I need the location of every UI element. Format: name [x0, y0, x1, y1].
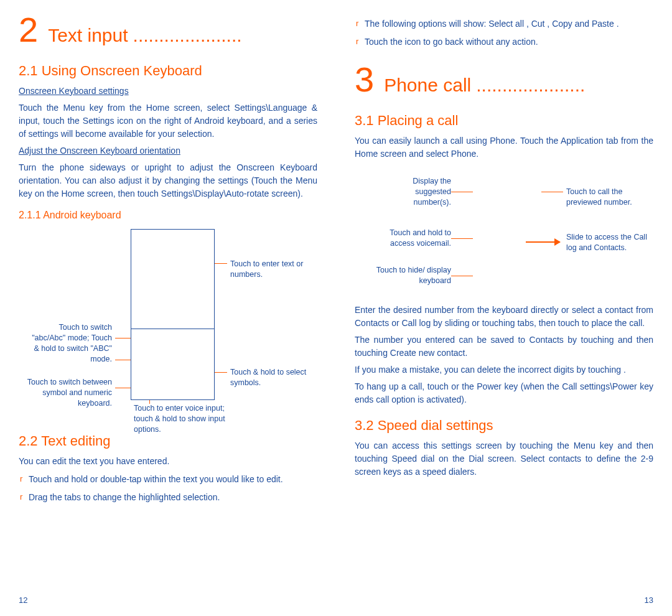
- para-text-editing: You can edit the text you have entered.: [19, 455, 317, 468]
- connector: [451, 192, 473, 192]
- page-number-left: 12: [19, 594, 27, 607]
- chapter-number: 3: [355, 62, 374, 97]
- para-placing-call: You can easily launch a call using Phone…: [355, 134, 653, 161]
- page-number-right: 13: [645, 594, 653, 607]
- connector: [451, 238, 473, 239]
- connector: [541, 192, 563, 192]
- connector: [451, 276, 473, 276]
- label-call-preview: Touch to call the previewed number.: [566, 187, 653, 208]
- section-2-1-1-title: 2.1.1 Android keyboard: [19, 208, 317, 223]
- page-right: The following options will show: Select …: [336, 0, 672, 616]
- label-hold-symbols: Touch & hold to select symbols.: [230, 367, 311, 388]
- dot-leader: .....................: [133, 21, 317, 49]
- para-save-contact: The number you entered can be saved to C…: [355, 334, 653, 360]
- label-enter-text: Touch to enter text or numbers.: [230, 259, 311, 280]
- section-3-1-title: 3.1 Placing a call: [355, 110, 653, 131]
- arrow-right-icon: [526, 241, 560, 243]
- chapter-title: Phone call: [384, 71, 471, 99]
- keyboard-outline: [131, 329, 215, 400]
- chapter-number: 2: [19, 12, 38, 47]
- connector: [115, 338, 131, 338]
- para-speed-dial: You can access this settings screen by t…: [355, 439, 653, 478]
- bullet-options: The following options will show: Select …: [355, 17, 653, 30]
- label-abc-mode: Touch to switch "abc/Abc" mode; Touch & …: [25, 322, 112, 365]
- dot-leader: .....................: [476, 71, 653, 99]
- subhead-orientation: Adjust the Onscreen Keyboard orientation: [19, 144, 317, 157]
- label-symbol-mode: Touch to switch between symbol and numer…: [25, 377, 112, 409]
- para-orientation: Turn the phone sideways or upright to ad…: [19, 161, 317, 200]
- subhead-kbd-settings: Onscreen Keyboard settings: [19, 85, 317, 98]
- label-display-suggested: Display the suggested number(s).: [401, 176, 451, 208]
- bullet-edit-2: Drag the tabs to change the highlighted …: [19, 491, 317, 504]
- keyboard-figure: Touch to enter text or numbers. Touch to…: [19, 229, 317, 422]
- chapter-title: Text input: [48, 21, 128, 49]
- phone-figure: Display the suggested number(s). Touch t…: [355, 167, 653, 297]
- bullet-back-icon: Touch the icon to go back without any ac…: [355, 35, 653, 49]
- connector: [115, 360, 131, 360]
- label-voicemail: Touch and hold to access voicemail.: [370, 228, 451, 249]
- label-hide-keyboard: Touch to hide/ display keyboard: [373, 265, 451, 286]
- chapter-header: 3 Phone call .....................: [355, 62, 653, 99]
- bullet-edit-1: Touch and hold or double-tap within the …: [19, 473, 317, 486]
- page-left: 2 Text input ..................... 2.1 U…: [0, 0, 336, 616]
- connector: [215, 263, 227, 264]
- connector: [115, 388, 131, 388]
- section-3-2-title: 3.2 Speed dial settings: [355, 415, 653, 436]
- para-enter-number: Enter the desired number from the keyboa…: [355, 304, 653, 330]
- para-kbd-settings: Touch the Menu key from the Home screen,…: [19, 101, 317, 141]
- connector: [215, 372, 227, 373]
- label-voice-input: Touch to enter voice input; touch & hold…: [134, 403, 240, 435]
- para-hang-up: To hang up a call, touch or the Power ke…: [355, 380, 653, 406]
- label-slide-access: Slide to access the Call log and Contact…: [566, 232, 653, 253]
- para-delete-digits: If you make a mistake, you can delete th…: [355, 363, 653, 376]
- section-2-1-title: 2.1 Using Onscreen Keyboard: [19, 60, 317, 81]
- chapter-header: 2 Text input .....................: [19, 12, 317, 49]
